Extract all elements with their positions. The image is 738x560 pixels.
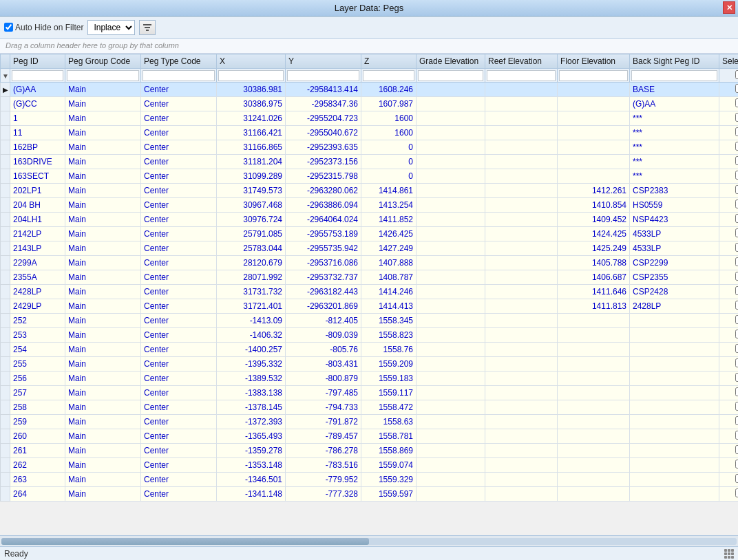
table-row[interactable]: 2299AMainCenter28120.679-2953716.0861407… [1,256,739,270]
filter-floor[interactable] [558,69,630,83]
cell-selected[interactable] [719,473,739,487]
header-x[interactable]: X [217,54,286,69]
row-selected-checkbox[interactable] [735,200,738,208]
table-row[interactable]: 2143LPMainCenter25783.044-2955735.942142… [1,241,739,256]
cell-selected[interactable] [719,444,739,458]
row-selected-checkbox[interactable] [735,185,738,194]
table-row[interactable]: 2355AMainCenter28071.992-2953732.7371408… [1,270,739,285]
table-row[interactable]: 258MainCenter-1378.145-794.7331558.472 [1,400,739,415]
table-row[interactable]: (G)CCMainCenter30386.975-2958347.361607.… [1,97,739,111]
row-selected-checkbox[interactable] [735,373,738,382]
header-z[interactable]: Z [361,54,417,69]
horizontal-scrollbar[interactable] [0,535,738,546]
table-row[interactable]: 204 BHMainCenter30967.468-2963886.094141… [1,198,739,213]
cell-selected[interactable] [719,314,739,328]
filter-backsight[interactable] [630,69,719,83]
header-peg-group-code[interactable]: Peg Group Code [65,54,141,69]
cell-selected[interactable] [719,270,739,285]
cell-selected[interactable] [719,126,739,140]
settings-icon-button[interactable] [139,20,156,35]
cell-selected[interactable] [719,328,739,343]
header-grade-elevation[interactable]: Grade Elevation [417,54,485,69]
row-selected-checkbox[interactable] [735,402,738,411]
cell-selected[interactable] [719,184,739,198]
filter-x[interactable] [217,69,286,83]
row-selected-checkbox[interactable] [735,272,738,281]
filter-selected-checkbox[interactable] [735,70,738,79]
cell-selected[interactable] [719,400,739,415]
row-selected-checkbox[interactable] [735,257,738,266]
header-peg-type-code[interactable]: Peg Type Code [141,54,217,69]
row-selected-checkbox[interactable] [735,228,738,237]
table-row[interactable]: 163SECTMainCenter31099.289-2952315.7980*… [1,169,739,184]
row-selected-checkbox[interactable] [735,286,738,295]
table-row[interactable]: 255MainCenter-1395.332-803.4311559.209 [1,357,739,371]
filter-z[interactable] [361,69,417,83]
table-row[interactable]: 264MainCenter-1341.148-777.3281559.597 [1,487,739,502]
row-selected-checkbox[interactable] [735,488,738,497]
table-row[interactable]: 1MainCenter31241.026-2955204.7231600*** [1,111,739,126]
table-row[interactable]: 256MainCenter-1389.532-800.8791559.183 [1,371,739,386]
table-row[interactable]: 11MainCenter31166.421-2955040.6721600*** [1,126,739,140]
table-row[interactable]: 163DRIVEMainCenter31181.204-2952373.1560… [1,155,739,169]
scrollbar-track[interactable] [1,538,737,545]
row-selected-checkbox[interactable] [735,113,738,122]
filter-x-input[interactable] [218,70,284,81]
header-reef-elevation[interactable]: Reef Elevation [485,54,558,69]
table-row[interactable]: 204LH1MainCenter30976.724-2964064.024141… [1,213,739,227]
cell-selected[interactable] [719,357,739,371]
cell-selected[interactable] [719,169,739,184]
cell-selected[interactable] [719,83,739,97]
cell-selected[interactable] [719,140,739,155]
table-row[interactable]: 2429LPMainCenter31721.401-2963201.869141… [1,299,739,314]
row-selected-checkbox[interactable] [735,301,738,310]
filter-grade[interactable] [417,69,485,83]
resize-grip[interactable] [724,549,734,559]
close-button[interactable]: ✕ [723,1,735,14]
table-row[interactable]: ▶(G)AAMainCenter30386.981-2958413.414160… [1,83,739,97]
auto-hide-checkbox[interactable] [4,23,13,32]
cell-selected[interactable] [719,285,739,299]
filter-backsight-input[interactable] [631,70,717,81]
filter-peg-type-input[interactable] [143,70,215,81]
filter-z-input[interactable] [363,70,414,81]
cell-selected[interactable] [719,256,739,270]
row-selected-checkbox[interactable] [735,358,738,367]
row-selected-checkbox[interactable] [735,445,738,454]
cell-selected[interactable] [719,429,739,444]
header-y[interactable]: Y [286,54,361,69]
filter-selected[interactable] [719,69,739,83]
row-selected-checkbox[interactable] [735,344,738,353]
table-row[interactable]: 263MainCenter-1346.501-779.9521559.329 [1,473,739,487]
filter-peg-id-input[interactable] [12,70,63,81]
cell-selected[interactable] [719,458,739,473]
cell-selected[interactable] [719,213,739,227]
cell-selected[interactable] [719,241,739,256]
filter-peg-id[interactable] [10,69,65,83]
row-selected-checkbox[interactable] [735,84,738,93]
row-selected-checkbox[interactable] [735,387,738,396]
cell-selected[interactable] [719,198,739,213]
header-floor-elevation[interactable]: Floor Elevation [558,54,630,69]
filter-reef[interactable] [485,69,558,83]
cell-selected[interactable] [719,371,739,386]
table-row[interactable]: 257MainCenter-1383.138-797.4851559.117 [1,386,739,400]
table-wrapper[interactable]: Peg ID Peg Group Code Peg Type Code X Y … [0,54,738,535]
filter-peg-group-input[interactable] [67,70,139,81]
inplace-dropdown[interactable]: Inplace Filter Hide [87,20,135,35]
cell-selected[interactable] [719,415,739,429]
table-row[interactable]: 2428LPMainCenter31731.732-2963182.443141… [1,285,739,299]
table-row[interactable]: 162BPMainCenter31166.865-2952393.6350*** [1,140,739,155]
filter-grade-input[interactable] [418,70,483,81]
row-selected-checkbox[interactable] [735,98,738,107]
filter-peg-group[interactable] [65,69,141,83]
row-selected-checkbox[interactable] [735,127,738,136]
row-selected-checkbox[interactable] [735,142,738,151]
row-selected-checkbox[interactable] [735,416,738,425]
cell-selected[interactable] [719,155,739,169]
table-row[interactable]: 2142LPMainCenter25791.085-2955753.189142… [1,227,739,241]
table-row[interactable]: 259MainCenter-1372.393-791.8721558.63 [1,415,739,429]
table-row[interactable]: 202LP1MainCenter31749.573-2963280.062141… [1,184,739,198]
header-peg-id[interactable]: Peg ID [10,54,65,69]
table-row[interactable]: 260MainCenter-1365.493-789.4571558.781 [1,429,739,444]
